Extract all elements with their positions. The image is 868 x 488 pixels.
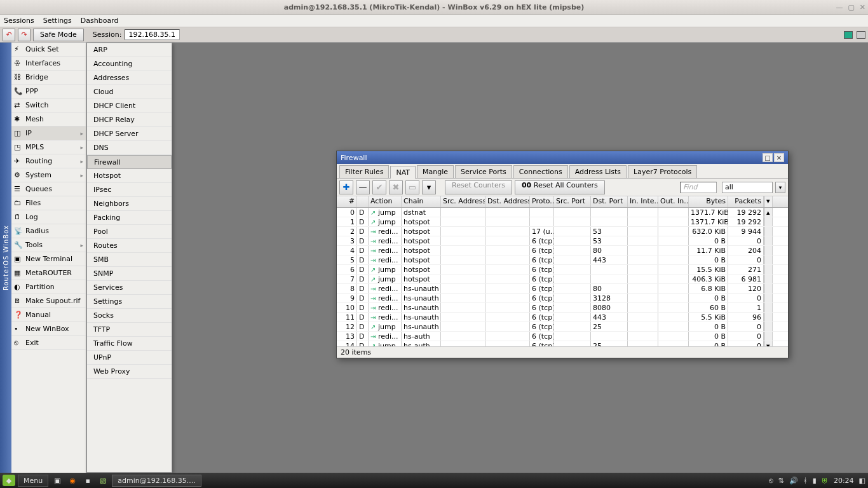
submenu-item-packing[interactable]: Packing [87,211,172,225]
table-row[interactable]: 4D⇥redi...hotspot6 (tcp)8011.7 KiB204 [337,246,788,255]
submenu-item-routes[interactable]: Routes [87,239,172,253]
sidebar-item-switch[interactable]: ⇄Switch [11,98,86,112]
column-header[interactable]: Chain [402,196,441,207]
scroll-down-icon[interactable]: ▾ [764,341,773,346]
tray-misc-icon[interactable]: ◧ [859,477,865,485]
sidebar-item-interfaces[interactable]: 🝮Interfaces [11,57,86,71]
submenu-item-hotspot[interactable]: Hotspot [87,169,172,183]
volume-icon[interactable]: 🔊 [789,477,798,485]
battery-icon[interactable]: ▮ [813,477,817,485]
sidebar-item-quick-set[interactable]: ⚡Quick Set [11,43,86,57]
disable-button[interactable]: ✖ [389,180,403,194]
child-maximize-icon[interactable]: □ [763,153,773,162]
submenu-item-neighbors[interactable]: Neighbors [87,197,172,211]
column-header[interactable]: Dst. Address [485,196,530,207]
scroll-up-icon[interactable]: ▴ [764,208,773,217]
menu-sessions[interactable]: Sessions [4,17,34,25]
sidebar-item-bridge[interactable]: ⛓Bridge [11,71,86,85]
submenu-item-traffic-flow[interactable]: Traffic Flow [87,337,172,351]
column-header[interactable] [357,196,369,207]
firewall-titlebar[interactable]: Firewall □ ✕ [337,151,788,164]
sidebar-item-radius[interactable]: 📡Radius [11,224,86,238]
table-row[interactable]: 9D⇥redi...hs-unauth6 (tcp)31280 B0 [337,294,788,303]
mint-menu-icon[interactable]: ◆ [3,475,15,486]
files-icon[interactable]: ▧ [97,475,109,486]
filter-combo[interactable]: all [722,182,773,193]
submenu-item-tftp[interactable]: TFTP [87,323,172,337]
column-header[interactable]: Bytes [689,196,728,207]
submenu-item-arp[interactable]: ARP [87,43,172,57]
child-close-icon[interactable]: ✕ [774,153,784,162]
sidebar-item-ip[interactable]: ◫IP▸ [11,126,86,140]
column-header[interactable]: Src. Address [441,196,485,207]
sidebar-item-metarouter[interactable]: ▦MetaROUTER [11,266,86,280]
maximize-icon[interactable]: ▢ [848,3,854,11]
tray-icon[interactable]: ⎋ [769,477,773,485]
network-icon[interactable]: ⇅ [778,477,784,485]
submenu-item-firewall[interactable]: Firewall [87,155,172,169]
column-header[interactable]: Out. In.. [658,196,689,207]
submenu-item-addresses[interactable]: Addresses [87,71,172,85]
sidebar-item-mesh[interactable]: ✱Mesh [11,112,86,126]
column-header[interactable]: In. Inte.. [628,196,658,207]
submenu-item-web-proxy[interactable]: Web Proxy [87,365,172,379]
table-row[interactable]: 10D⇥redi...hs-unauth6 (tcp)808060 B1 [337,303,788,313]
sidebar-item-make-supout-rif[interactable]: 🗎Make Supout.rif [11,294,86,308]
header-scroll-corner[interactable]: ▾ [764,196,773,207]
tab-filter-rules[interactable]: Filter Rules [339,165,389,178]
tab-service-ports[interactable]: Service Ports [455,165,512,178]
close-icon[interactable]: ✕ [860,3,865,11]
submenu-item-upnp[interactable]: UPnP [87,351,172,365]
sidebar-item-system[interactable]: ⚙System▸ [11,168,86,182]
submenu-item-accounting[interactable]: Accounting [87,57,172,71]
sidebar-item-manual[interactable]: ❓Manual [11,308,86,322]
filter-button[interactable]: ▾ [422,180,436,194]
tab-layer7-protocols[interactable]: Layer7 Protocols [628,165,697,178]
firefox-icon[interactable]: ◉ [66,475,79,486]
undo-button[interactable]: ↶ [3,29,15,41]
sidebar-item-new-winbox[interactable]: •New WinBox [11,322,86,336]
table-row[interactable]: 6D↗jumphotspot6 (tcp)15.5 KiB271 [337,265,788,274]
submenu-item-dns[interactable]: DNS [87,141,172,155]
submenu-item-services[interactable]: Services [87,281,172,295]
filter-combo-drop-icon[interactable]: ▾ [775,182,785,193]
sidebar-item-tools[interactable]: 🔧Tools▸ [11,238,86,252]
enable-button[interactable]: ✔ [372,180,386,194]
menu-dashboard[interactable]: Dashboard [81,17,119,25]
submenu-item-pool[interactable]: Pool [87,225,172,239]
tab-connections[interactable]: Connections [513,165,568,178]
table-row[interactable]: 8D⇥redi...hs-unauth6 (tcp)806.8 KiB120 [337,284,788,294]
add-button[interactable]: ✚ [339,180,353,194]
column-header[interactable]: Packets [728,196,764,207]
tab-mangle[interactable]: Mangle [417,165,454,178]
table-row[interactable]: 5D⇥redi...hotspot6 (tcp)4430 B0 [337,255,788,265]
column-header[interactable]: Src. Port [554,196,591,207]
submenu-item-snmp[interactable]: SNMP [87,267,172,281]
column-header[interactable]: # [337,196,357,207]
submenu-item-settings[interactable]: Settings [87,295,172,309]
tab-address-lists[interactable]: Address Lists [569,165,627,178]
minimize-icon[interactable]: — [836,3,843,11]
submenu-item-ipsec[interactable]: IPsec [87,183,172,197]
sidebar-item-files[interactable]: 🗀Files [11,196,86,210]
column-header[interactable]: Proto.. [530,196,554,207]
table-row[interactable]: 13D⇥redi...hs-auth6 (tcp)0 B0 [337,332,788,341]
show-desktop-icon[interactable]: ▣ [51,475,64,486]
table-row[interactable]: 14D↗jumphs-auth6 (tcp)250 B0▾ [337,341,788,346]
reset-all-counters-button[interactable]: 00 Reset All Counters [515,180,605,194]
submenu-item-dhcp-server[interactable]: DHCP Server [87,127,172,141]
clock[interactable]: 20:24 [834,477,854,485]
table-row[interactable]: 3D⇥redi...hotspot6 (tcp)530 B0 [337,236,788,246]
column-header[interactable]: Dst. Port [591,196,628,207]
redo-button[interactable]: ↷ [18,29,31,41]
submenu-item-smb[interactable]: SMB [87,253,172,267]
sidebar-item-ppp[interactable]: 📞PPP [11,85,86,98]
sidebar-item-routing[interactable]: ✈Routing▸ [11,154,86,168]
taskbar-task[interactable]: admin@192.168.35.... [112,475,201,487]
submenu-item-dhcp-client[interactable]: DHCP Client [87,99,172,113]
sidebar-item-partition[interactable]: ◐Partition [11,280,86,294]
sidebar-item-queues[interactable]: ☰Queues [11,182,86,196]
menu-button[interactable]: Menu [18,475,48,487]
reset-counters-button[interactable]: Reset Counters [445,180,512,194]
table-row[interactable]: 12D↗jumphs-unauth6 (tcp)250 B0 [337,322,788,332]
